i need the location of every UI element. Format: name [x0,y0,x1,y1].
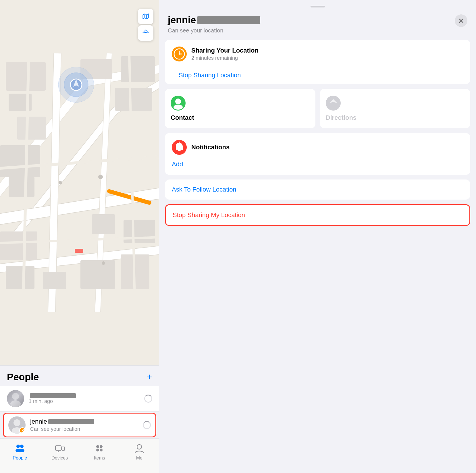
avatar-badge-jennie [19,427,26,434]
svg-rect-39 [55,446,61,450]
contact-card[interactable]: Contact [165,89,315,128]
tab-devices-label: Devices [51,455,68,461]
tab-items[interactable]: Items [80,443,120,461]
ask-follow-card: Ask To Follow Location [165,179,470,200]
svg-rect-11 [43,272,66,289]
svg-point-37 [20,445,24,448]
person-name-1 [29,393,144,398]
map-buttons [138,9,153,41]
left-panel: People + 1 min. ago [0,0,159,473]
svg-rect-3 [17,117,46,140]
stop-sharing-my-location-card: Stop Sharing My Location [165,204,470,226]
svg-point-31 [14,419,20,426]
svg-rect-40 [62,447,65,450]
notifications-card: Notifications Add [165,133,470,175]
right-panel: jennie Can see your location [159,0,476,473]
people-header: People + [0,366,159,386]
notif-top: Notifications [172,140,463,155]
map-background [0,0,159,365]
svg-point-47 [137,445,142,449]
svg-rect-4 [0,145,40,177]
contact-icon-circle [171,96,186,111]
stop-sharing-location-link[interactable]: Stop Sharing Location [172,66,463,84]
svg-rect-12 [80,260,115,289]
svg-point-20 [59,181,62,184]
stop-sharing-my-location-button[interactable]: Stop Sharing My Location [166,205,469,225]
svg-rect-15 [92,214,115,234]
notifications-icon [172,140,187,155]
svg-point-30 [10,400,21,407]
svg-point-45 [96,449,99,451]
tab-items-label: Items [94,455,105,461]
svg-point-53 [179,53,180,55]
panel-header: jennie Can see your location [159,14,476,40]
location-dot [57,66,95,103]
sharing-sub: 2 minutes remaining [191,55,259,61]
map-view-button[interactable] [138,9,153,24]
avatar-jennie [8,416,26,434]
panel-title-group: jennie Can see your location [168,14,455,34]
panel-name-blur [197,16,260,24]
panel-subtitle: Can see your location [168,27,455,34]
svg-point-35 [16,445,20,448]
location-sharing-card: Sharing Your Location 2 minutes remainin… [165,40,470,84]
svg-rect-23 [75,249,83,253]
directions-label: Directions [326,114,357,121]
people-title: People [7,371,39,383]
directions-icon-circle [326,96,341,111]
sharing-title: Sharing Your Location [191,47,259,54]
add-person-button[interactable]: + [147,371,152,383]
svg-rect-10 [6,266,34,289]
svg-rect-14 [124,220,155,243]
devices-tab-icon [54,443,65,454]
tab-me-label: Me [136,455,142,461]
svg-rect-8 [9,177,34,197]
drag-handle [311,6,325,7]
person-info-1: 1 min. ago [29,393,144,404]
contact-label: Contact [171,114,194,121]
name-blur-1 [30,393,76,398]
svg-point-21 [98,175,103,179]
person-time-1: 1 min. ago [29,398,144,404]
tab-me[interactable]: Me [120,443,159,461]
person-row-1[interactable]: 1 min. ago [0,386,159,412]
tab-people-label: People [13,455,27,461]
svg-point-38 [19,449,24,452]
avatar-1 [7,390,24,407]
location-timer-icon [172,47,187,61]
map-area [0,0,159,365]
location-sharing-top: Sharing Your Location 2 minutes remainin… [172,47,463,61]
tab-devices[interactable]: Devices [40,443,80,461]
svg-rect-1 [6,62,46,91]
panel-name-text: jennie [168,14,196,26]
svg-rect-7 [115,88,152,111]
panel-name: jennie [168,14,455,26]
people-tab-icon [14,443,25,454]
jennie-name-text: jennie [30,418,47,425]
name-blur-jennie [48,419,94,424]
svg-rect-9 [0,231,37,260]
sharing-text-group: Sharing Your Location 2 minutes remainin… [191,47,259,61]
svg-rect-56 [178,150,181,151]
notifications-title: Notifications [191,144,230,151]
svg-point-46 [100,449,103,451]
person-row-jennie[interactable]: jennie Can see your location [3,413,156,437]
svg-point-34 [22,430,23,431]
person-info-jennie: jennie Can see your location [30,418,143,432]
svg-point-55 [174,105,183,110]
items-tab-icon [94,443,105,454]
people-section: People + 1 min. ago [0,365,159,439]
svg-point-22 [102,261,105,265]
location-arrow-button[interactable] [138,25,153,41]
spinner-jennie [143,421,151,429]
svg-point-44 [100,445,103,448]
add-notification-link[interactable]: Add [172,161,183,168]
ask-follow-location-link[interactable]: Ask To Follow Location [165,179,470,200]
svg-point-54 [175,99,181,104]
close-button[interactable] [455,14,467,27]
tab-people[interactable]: People [0,443,40,461]
action-row: Contact Directions [165,89,470,128]
me-tab-icon [134,443,145,454]
directions-card[interactable]: Directions [320,89,471,128]
person-name-jennie: jennie [30,418,143,425]
